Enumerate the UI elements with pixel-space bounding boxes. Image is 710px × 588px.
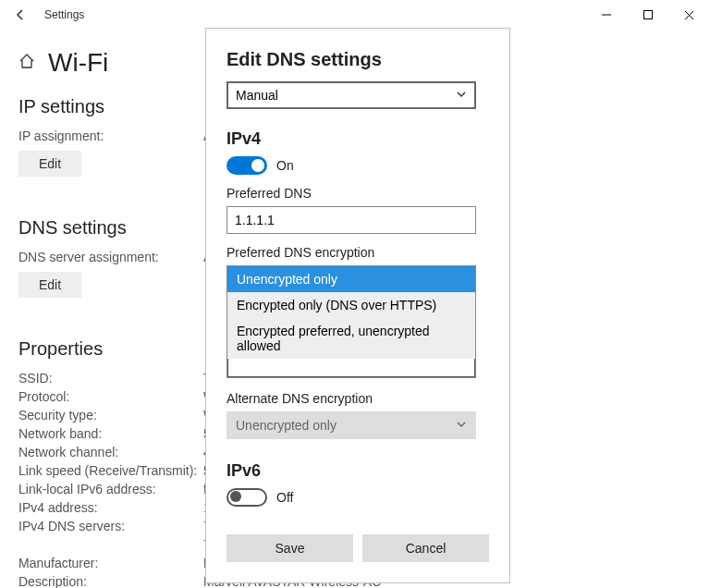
edit-dns-modal: Edit DNS settings Manual IPv4 On Preferr… bbox=[205, 28, 510, 583]
ip-assignment-label: IP assignment: bbox=[18, 129, 203, 143]
page-title: Wi-Fi bbox=[48, 48, 108, 78]
svg-rect-1 bbox=[643, 11, 652, 19]
dns-assignment-label: DNS server assignment: bbox=[18, 250, 203, 264]
property-label: Link speed (Receive/Transmit): bbox=[18, 463, 203, 478]
ipv4-title: IPv4 bbox=[226, 129, 489, 149]
preferred-enc-input-slot[interactable] bbox=[227, 359, 475, 377]
enc-option[interactable]: Encrypted preferred, unencrypted allowed bbox=[227, 318, 475, 359]
property-label: IPv4 address: bbox=[18, 500, 203, 515]
chevron-down-icon bbox=[456, 418, 467, 433]
ipv4-toggle-row: On bbox=[226, 156, 489, 175]
cancel-button[interactable]: Cancel bbox=[362, 534, 489, 562]
save-button[interactable]: Save bbox=[226, 534, 353, 562]
modal-title: Edit DNS settings bbox=[226, 49, 489, 70]
property-label: SSID: bbox=[18, 371, 203, 386]
property-label: Description: bbox=[18, 574, 203, 588]
maximize-button[interactable] bbox=[627, 0, 668, 30]
modal-button-row: Save Cancel bbox=[226, 534, 489, 562]
home-icon[interactable] bbox=[18, 53, 35, 74]
alternate-enc-combo[interactable]: Unencrypted only bbox=[226, 411, 476, 439]
property-label: Protocol: bbox=[18, 389, 203, 404]
enc-option[interactable]: Encrypted only (DNS over HTTPS) bbox=[227, 292, 475, 318]
ipv6-title: IPv6 bbox=[226, 461, 489, 481]
property-label: IPv4 DNS servers: bbox=[18, 519, 203, 533]
window-controls bbox=[585, 0, 710, 30]
preferred-enc-label: Preferred DNS encryption bbox=[226, 245, 489, 260]
dns-edit-button[interactable]: Edit bbox=[18, 272, 81, 298]
ipv6-toggle-label: Off bbox=[276, 490, 293, 505]
mode-combo[interactable]: Manual bbox=[226, 81, 476, 109]
app-name: Settings bbox=[44, 8, 84, 21]
alternate-enc-label: Alternate DNS encryption bbox=[226, 391, 489, 406]
alternate-enc-value: Unencrypted only bbox=[236, 418, 337, 433]
titlebar: Settings bbox=[0, 0, 710, 30]
preferred-enc-options: Unencrypted onlyEncrypted only (DNS over… bbox=[227, 266, 475, 359]
enc-option[interactable]: Unencrypted only bbox=[227, 266, 475, 292]
minimize-button[interactable] bbox=[585, 0, 627, 30]
chevron-down-icon bbox=[456, 88, 467, 103]
ipv6-toggle-row: Off bbox=[226, 488, 489, 507]
back-button[interactable] bbox=[7, 2, 33, 28]
ipv4-toggle[interactable] bbox=[226, 156, 267, 175]
property-label: Link-local IPv6 address: bbox=[18, 482, 203, 496]
property-label: Security type: bbox=[18, 408, 203, 423]
ip-edit-button[interactable]: Edit bbox=[18, 151, 81, 177]
close-button[interactable] bbox=[668, 0, 710, 30]
ipv4-toggle-label: On bbox=[276, 158, 294, 173]
preferred-dns-input[interactable] bbox=[226, 206, 476, 234]
ipv6-toggle[interactable] bbox=[226, 488, 267, 507]
property-label: Network channel: bbox=[18, 445, 203, 459]
mode-combo-value: Manual bbox=[236, 88, 278, 103]
preferred-dns-label: Preferred DNS bbox=[226, 186, 489, 201]
property-label: Network band: bbox=[18, 426, 203, 441]
property-label: Manufacturer: bbox=[18, 556, 203, 570]
preferred-enc-combo[interactable]: Unencrypted onlyEncrypted only (DNS over… bbox=[226, 265, 476, 378]
